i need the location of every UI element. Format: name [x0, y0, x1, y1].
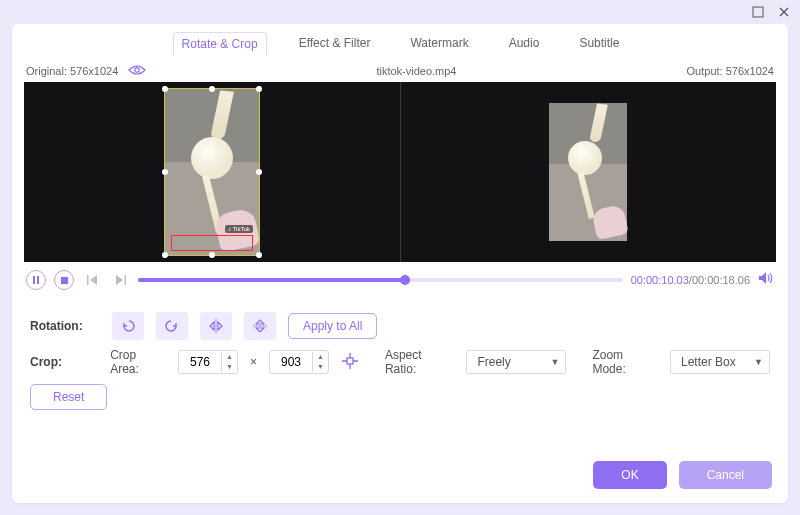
svg-rect-4 — [61, 277, 68, 284]
preview-original[interactable]: ♪ TikTok — [24, 82, 400, 262]
filename-label: tiktok-video.mp4 — [146, 65, 686, 77]
original-size-label: Original: 576x1024 — [26, 65, 118, 77]
crop-width-input[interactable] — [179, 355, 221, 369]
svg-rect-7 — [347, 358, 353, 364]
svg-rect-2 — [33, 276, 35, 284]
width-up[interactable]: ▲ — [222, 352, 237, 362]
width-down[interactable]: ▼ — [222, 362, 237, 372]
tab-rotate-crop[interactable]: Rotate & Crop — [173, 32, 267, 56]
info-bar: Original: 576x1024 tiktok-video.mp4 Outp… — [12, 60, 788, 82]
stop-button[interactable] — [54, 270, 74, 290]
controls-area: Rotation: Apply to All Crop: Crop Area: … — [12, 300, 788, 418]
crop-label: Crop: — [30, 355, 98, 369]
timeline-slider[interactable] — [138, 278, 623, 282]
tab-effect-filter[interactable]: Effect & Filter — [291, 32, 379, 56]
rotate-right-button[interactable] — [156, 312, 188, 340]
preview-output — [400, 82, 777, 262]
cancel-button[interactable]: Cancel — [679, 461, 772, 489]
time-display: 00:00:10.03/00:00:18.06 — [631, 274, 750, 286]
reset-button[interactable]: Reset — [30, 384, 107, 410]
preview-area: ♪ TikTok — [24, 82, 776, 262]
svg-point-1 — [135, 68, 139, 72]
tab-subtitle[interactable]: Subtitle — [571, 32, 627, 56]
aspect-ratio-value: Freely — [477, 355, 510, 369]
editor-window: Rotate & Crop Effect & Filter Watermark … — [0, 0, 800, 515]
main-panel: Rotate & Crop Effect & Filter Watermark … — [12, 24, 788, 503]
tab-bar: Rotate & Crop Effect & Filter Watermark … — [12, 24, 788, 60]
volume-icon[interactable] — [758, 271, 774, 289]
rotation-row: Rotation: Apply to All — [30, 312, 770, 340]
chevron-down-icon: ▼ — [550, 357, 559, 367]
rotation-label: Rotation: — [30, 319, 100, 333]
next-frame-button[interactable] — [110, 270, 130, 290]
rotate-left-button[interactable] — [112, 312, 144, 340]
center-crop-icon[interactable] — [341, 352, 359, 373]
video-content — [191, 137, 233, 179]
svg-rect-6 — [124, 275, 126, 285]
reset-row: Reset — [30, 384, 770, 410]
crop-area-label: Crop Area: — [110, 348, 166, 376]
prev-frame-button[interactable] — [82, 270, 102, 290]
highlight-box — [171, 235, 253, 251]
crop-height-input[interactable] — [270, 355, 312, 369]
minimize-icon[interactable] — [752, 6, 764, 18]
tab-watermark[interactable]: Watermark — [402, 32, 476, 56]
tiktok-badge: ♪ TikTok — [225, 225, 253, 233]
zoom-mode-select[interactable]: Letter Box ▼ — [670, 350, 770, 374]
aspect-ratio-label: Aspect Ratio: — [385, 348, 455, 376]
flip-vertical-button[interactable] — [244, 312, 276, 340]
pause-button[interactable] — [26, 270, 46, 290]
ok-button[interactable]: OK — [593, 461, 666, 489]
output-size-label: Output: 576x1024 — [687, 65, 774, 77]
crop-width-field[interactable]: ▲▼ — [178, 350, 238, 374]
crop-height-field[interactable]: ▲▼ — [269, 350, 329, 374]
svg-rect-3 — [37, 276, 39, 284]
transport-bar: 00:00:10.03/00:00:18.06 — [12, 262, 788, 300]
height-down[interactable]: ▼ — [313, 362, 328, 372]
flip-horizontal-button[interactable] — [200, 312, 232, 340]
output-thumbnail — [549, 103, 627, 241]
svg-rect-5 — [87, 275, 89, 285]
chevron-down-icon: ▼ — [754, 357, 763, 367]
timeline-knob[interactable] — [400, 275, 410, 285]
current-time: 00:00:10.03 — [631, 274, 689, 286]
svg-rect-0 — [753, 7, 763, 17]
zoom-mode-label: Zoom Mode: — [592, 348, 658, 376]
titlebar — [0, 0, 800, 24]
video-content — [568, 141, 602, 175]
apply-to-all-button[interactable]: Apply to All — [288, 313, 377, 339]
total-time: /00:00:18.06 — [689, 274, 750, 286]
height-up[interactable]: ▲ — [313, 352, 328, 362]
aspect-ratio-select[interactable]: Freely ▼ — [466, 350, 566, 374]
eye-icon[interactable] — [128, 64, 146, 78]
zoom-mode-value: Letter Box — [681, 355, 736, 369]
crop-frame[interactable]: ♪ TikTok — [164, 88, 260, 256]
tab-audio[interactable]: Audio — [501, 32, 548, 56]
close-icon[interactable] — [778, 6, 790, 18]
footer: OK Cancel — [12, 449, 788, 503]
times-label: × — [250, 355, 257, 369]
crop-row: Crop: Crop Area: ▲▼ × ▲▼ Aspect Ratio: F… — [30, 348, 770, 376]
